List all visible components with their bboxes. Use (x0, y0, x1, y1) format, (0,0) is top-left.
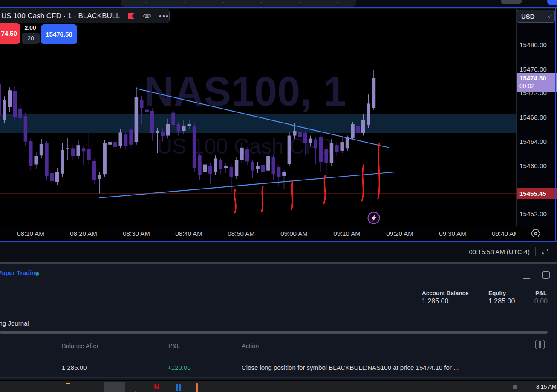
candle (40, 144, 43, 155)
candle (124, 134, 128, 146)
time-tick-label: 09:00 AM (275, 230, 313, 237)
symbol-toolbar[interactable]: US 100 Cash CFD · 1 · BLACKBULL (0, 9, 170, 23)
trend-line (99, 172, 395, 198)
spread-value: 2.00 (20, 24, 40, 31)
time-tick-label: 09:30 AM (433, 230, 472, 237)
pnl-value: 0.00 (534, 298, 548, 305)
account-balance-label: Account Balance (422, 290, 469, 296)
candle (208, 166, 212, 174)
price-tick-label: 15476.00 (519, 66, 547, 73)
candle (66, 148, 70, 149)
candle (324, 149, 328, 163)
candle (113, 142, 117, 147)
price-axis[interactable]: 15484.0015480.0015476.0015472.0015468.00… (516, 9, 557, 226)
candle (156, 131, 159, 133)
time-axis[interactable]: 08:10 AM08:20 AM08:30 AM08:40 AM08:50 AM… (0, 226, 557, 241)
quantity-box[interactable]: 20 (22, 33, 40, 44)
candle (50, 173, 54, 181)
last-price-badge: 15474.50 00:02 (517, 73, 557, 92)
column-header-action[interactable]: Action (242, 343, 259, 349)
candle (3, 100, 6, 120)
maximize-chart-icon[interactable] (541, 248, 548, 257)
drawn-mark (324, 176, 325, 203)
candle (92, 161, 96, 180)
broker-tab-paper-trading[interactable]: Paper Trading (0, 269, 39, 276)
green-triangle-app-icon[interactable] (131, 384, 139, 392)
trading-panel-header: Paper Trading (0, 264, 557, 283)
market-clock[interactable]: 09:15:58 AM (UTC-4) (469, 248, 530, 255)
candle (240, 148, 244, 160)
browser-top-strip (0, 0, 557, 7)
tab-decoration (298, 2, 301, 3)
browser-profile-button[interactable] (547, 0, 557, 5)
candle (98, 175, 101, 179)
candle (187, 124, 191, 126)
tab-trading-journal[interactable]: Trading Journal (0, 320, 29, 327)
candle (71, 148, 75, 156)
time-tick-label: 08:50 AM (222, 230, 260, 237)
candle (356, 126, 360, 133)
horizontal-scrollbar[interactable] (0, 331, 548, 334)
currency-dropdown[interactable]: USD (517, 10, 555, 23)
minimize-panel-icon[interactable] (523, 278, 530, 279)
symbol-title[interactable]: US 100 Cash CFD · 1 · BLACKBULL (1, 12, 120, 20)
more-options-icon[interactable] (159, 15, 169, 17)
candle (282, 172, 286, 176)
candle (229, 167, 233, 177)
chart-area[interactable]: NAS100, 1US 100 Cash CFD (0, 9, 516, 226)
buy-button[interactable]: 15476.50 (41, 24, 77, 44)
restore-panel-icon[interactable] (542, 271, 550, 279)
browser-extension-pill[interactable] (501, 0, 522, 4)
tab-decoration (222, 2, 224, 3)
candle (76, 145, 80, 156)
table-row-pnl: +120.00 (167, 364, 191, 371)
candle (346, 137, 349, 149)
price-tick-label: 15460.00 (519, 162, 547, 169)
candle (18, 109, 22, 118)
taskbar-clock[interactable]: 8:15 AM (536, 383, 557, 390)
connection-status-dot (36, 272, 39, 275)
candle (150, 111, 154, 133)
red-n-app-icon[interactable]: N (154, 383, 159, 392)
candle (129, 129, 133, 144)
candle (298, 132, 302, 137)
frame-border-right (555, 8, 556, 242)
candle (61, 150, 64, 174)
candle (224, 166, 228, 168)
candle (87, 149, 91, 160)
frame-border-top (0, 7, 557, 8)
candle (182, 126, 186, 131)
orange-ring-app-icon[interactable] (196, 384, 198, 392)
divider (535, 247, 536, 256)
candle (367, 103, 370, 125)
windows-taskbar: N 8:15 AM (0, 380, 557, 392)
time-tick-label: 08:30 AM (117, 230, 156, 237)
tray-icon[interactable] (513, 385, 517, 389)
column-header-balance-after[interactable]: Balance After (62, 343, 98, 349)
time-tick-label: 09:10 AM (328, 230, 366, 237)
column-settings-icon[interactable] (535, 340, 545, 349)
flag-icon[interactable] (128, 13, 135, 19)
time-tick-label: 09:20 AM (381, 230, 419, 237)
price-line-badge: 15455.45 (517, 188, 557, 199)
table-row-action[interactable]: Close long position for symbol BLACKBULL… (242, 364, 459, 371)
last-price-value: 15474.50 (519, 74, 557, 82)
candle (330, 143, 334, 163)
candle (314, 140, 318, 148)
sell-button[interactable]: 74.50 (0, 23, 20, 44)
column-header-pnl[interactable]: P&L (168, 343, 180, 349)
browser-tab[interactable] (121, 0, 356, 7)
timezone-settings-icon[interactable] (531, 229, 541, 240)
candlestick-chart[interactable]: NAS100, 1US 100 Cash CFD (0, 9, 516, 226)
pnl-label: P&L (535, 290, 547, 296)
drawn-mark (291, 181, 293, 209)
time-tick-label: 08:20 AM (64, 230, 103, 237)
candle (177, 124, 181, 132)
tab-decoration (260, 2, 263, 3)
eye-icon[interactable] (143, 13, 151, 19)
candle (235, 160, 239, 176)
candle (340, 142, 344, 151)
blue-bars-app-icon[interactable] (176, 384, 182, 392)
candle (82, 148, 86, 151)
candle (24, 116, 28, 142)
